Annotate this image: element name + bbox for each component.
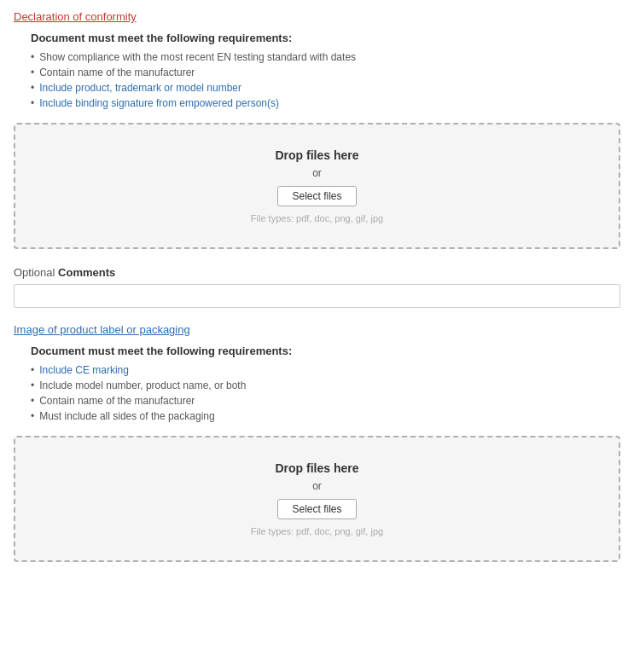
requirement-item: Contain name of the manufacturer <box>31 65 620 80</box>
section2-drop-or: or <box>32 480 602 492</box>
section2-requirements: Document must meet the following require… <box>31 345 620 424</box>
section2-file-types: File types: pdf, doc, png, gif, jpg <box>32 526 602 536</box>
requirement-item: Include model number, product name, or b… <box>31 378 620 393</box>
section2-drop-title: Drop files here <box>32 461 602 475</box>
section2-requirements-list: Include CE marking Include model number,… <box>31 362 620 424</box>
section2-title[interactable]: Image of product label or packaging <box>14 323 620 336</box>
requirement-item: Show compliance with the most recent EN … <box>31 49 620 65</box>
comments-section: Optional Comments <box>14 266 620 308</box>
section1-requirements-heading: Document must meet the following require… <box>31 32 620 44</box>
comments-label: Optional Comments <box>14 266 620 279</box>
section1-file-types: File types: pdf, doc, png, gif, jpg <box>32 213 602 223</box>
section1-drop-title: Drop files here <box>32 148 602 162</box>
requirement-item: Include binding signature from empowered… <box>31 96 620 111</box>
section1-select-files-button[interactable]: Select files <box>277 186 356 206</box>
comments-input[interactable] <box>14 284 620 308</box>
section2-select-files-button[interactable]: Select files <box>277 499 356 519</box>
section1-title[interactable]: Declaration of conformity <box>14 10 620 23</box>
requirement-item: Include CE marking <box>31 362 620 378</box>
section-declaration: Declaration of conformity Document must … <box>14 10 620 249</box>
section1-requirements-list: Show compliance with the most recent EN … <box>31 49 620 111</box>
requirement-item: Contain name of the manufacturer <box>31 393 620 408</box>
section-image: Image of product label or packaging Docu… <box>14 323 620 562</box>
section2-dropzone[interactable]: Drop files here or Select files File typ… <box>14 436 620 562</box>
requirement-item: Include product, trademark or model numb… <box>31 80 620 96</box>
section1-requirements: Document must meet the following require… <box>31 32 620 111</box>
requirement-item: Must include all sides of the packaging <box>31 408 620 424</box>
section1-drop-or: or <box>32 167 602 179</box>
section2-requirements-heading: Document must meet the following require… <box>31 345 620 357</box>
section1-dropzone[interactable]: Drop files here or Select files File typ… <box>14 123 620 249</box>
